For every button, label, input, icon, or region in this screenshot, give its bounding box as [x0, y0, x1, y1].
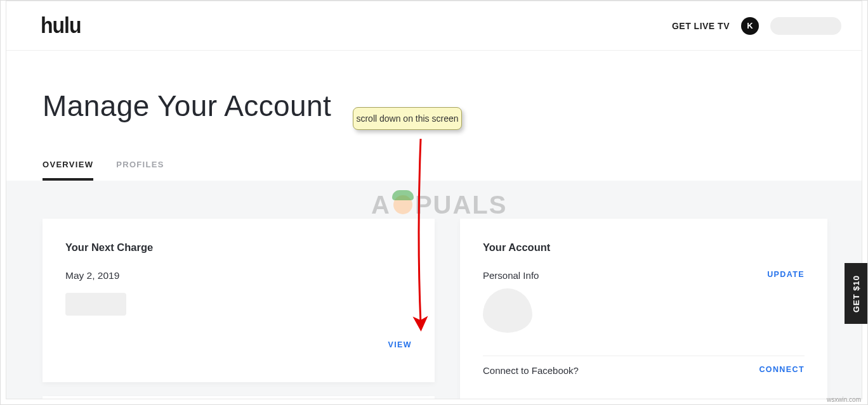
update-button[interactable]: UPDATE [767, 270, 805, 279]
row-personal-info: Personal Info UPDATE [483, 270, 805, 356]
get-live-tv-link[interactable]: GET LIVE TV [672, 21, 730, 31]
personal-info-block: Personal Info [483, 270, 539, 333]
tab-overview[interactable]: OVERVIEW [43, 160, 93, 181]
card-next-charge: Your Next Charge May 2, 2019 VIEW [43, 219, 435, 382]
card-title-your-account: Your Account [483, 241, 805, 254]
card-subscription-peek [43, 396, 435, 399]
header: hulu GET LIVE TV K [6, 1, 862, 51]
connect-button[interactable]: CONNECT [759, 365, 805, 374]
annotation-callout: scroll down on this screen [353, 107, 462, 130]
footer-credit: wsxwin.com [827, 396, 861, 403]
header-right: GET LIVE TV K [672, 17, 841, 35]
left-column: Your Next Charge May 2, 2019 VIEW [43, 219, 435, 399]
redacted-amount [65, 293, 126, 316]
connect-facebook-label: Connect to Facebook? [483, 365, 579, 376]
get-10-badge[interactable]: GET $10 [845, 263, 867, 324]
redacted-personal-info [483, 288, 532, 333]
row-connect-facebook: Connect to Facebook? CONNECT [483, 356, 805, 399]
annotation-callout-text: scroll down on this screen [356, 113, 458, 124]
tab-profiles[interactable]: PROFILES [116, 160, 164, 181]
content-area: Your Next Charge May 2, 2019 VIEW Your A… [6, 181, 862, 399]
card-title-next-charge: Your Next Charge [65, 241, 412, 254]
header-placeholder-pill [770, 17, 841, 35]
personal-info-label: Personal Info [483, 270, 539, 281]
tabs: OVERVIEW PROFILES [6, 123, 862, 181]
view-button[interactable]: VIEW [388, 340, 412, 349]
logo[interactable]: hulu [41, 13, 81, 39]
next-charge-date: May 2, 2019 [65, 270, 412, 281]
avatar[interactable]: K [741, 17, 759, 35]
card-your-account: Your Account Personal Info UPDATE Connec… [460, 219, 827, 399]
